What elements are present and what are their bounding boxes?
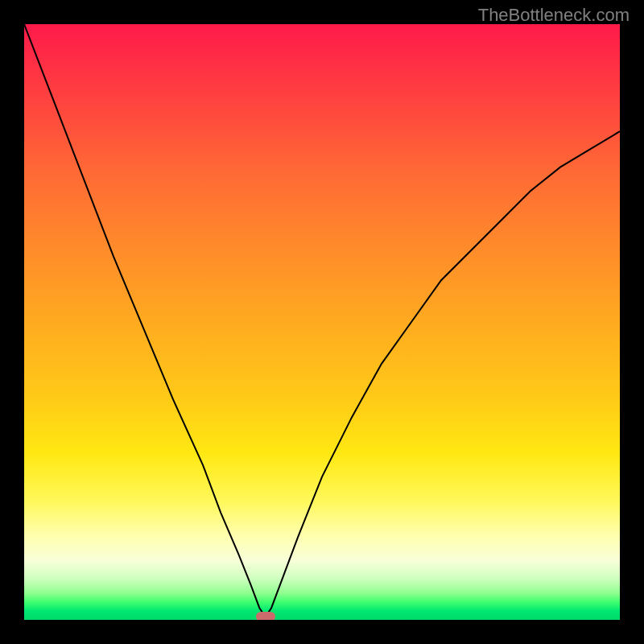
chart-svg	[24, 24, 620, 620]
chart-plot-area	[24, 24, 620, 620]
optimal-point-marker	[256, 612, 275, 620]
watermark-text: TheBottleneck.com	[478, 5, 630, 26]
bottleneck-curve-path	[24, 24, 620, 617]
